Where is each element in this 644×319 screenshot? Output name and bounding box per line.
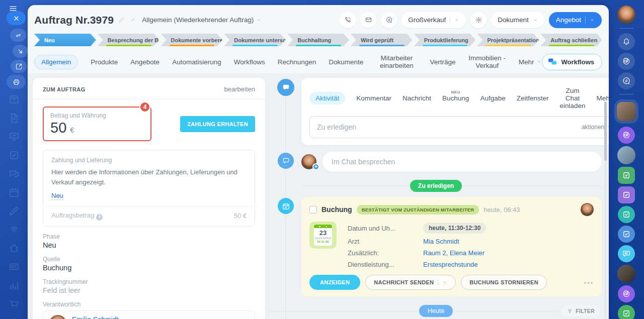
- field-phase-value[interactable]: Neu: [43, 241, 255, 249]
- field-source-value[interactable]: Buchung: [43, 264, 255, 272]
- field-tracking-value[interactable]: Feld ist leer: [43, 286, 255, 294]
- composer-tab[interactable]: Aufgabe: [480, 94, 505, 102]
- scrollbar-thumb[interactable]: [604, 101, 607, 161]
- detail-tab[interactable]: Mitarbeiter einarbeiten: [376, 51, 417, 72]
- add-user-icon[interactable]: [312, 163, 319, 170]
- composer-tab[interactable]: NEUBuchung: [442, 94, 469, 102]
- link-icon[interactable]: [129, 17, 136, 23]
- activity-bubble-icon: [277, 79, 294, 96]
- email-button[interactable]: [360, 12, 376, 28]
- open-chat-button[interactable]: [381, 12, 397, 28]
- detail-tab[interactable]: Verträge: [430, 55, 455, 69]
- call-button[interactable]: [340, 12, 356, 28]
- edit-link[interactable]: bearbeiten: [224, 85, 255, 93]
- detail-tab[interactable]: Automatisierung: [172, 55, 221, 69]
- amount-label: Betrag und Währung: [50, 112, 144, 119]
- messenger-button[interactable]: [618, 72, 635, 89]
- chat-avatar[interactable]: [617, 146, 635, 164]
- pipeline-stage[interactable]: Auftrag schließen: [540, 34, 602, 46]
- pipeline-stage[interactable]: Projektpräsentation: [477, 34, 539, 46]
- pipeline-stage[interactable]: Dokumente vorbereit...: [161, 34, 223, 46]
- open-new-window-button[interactable]: [11, 60, 27, 73]
- sidebar-menu-icon[interactable]: [8, 112, 20, 124]
- pipeline-stage[interactable]: Besprechung der Bes...: [98, 34, 159, 46]
- detail-tab[interactable]: Angebote: [130, 55, 159, 69]
- task-chat[interactable]: [618, 167, 635, 184]
- pipeline-stage[interactable]: Produktlieferung: [414, 34, 476, 46]
- rail-item[interactable]: [619, 28, 633, 29]
- group-chat[interactable]: [618, 245, 635, 262]
- cancel-booking-button[interactable]: BUCHUNG STORNIEREN: [461, 275, 547, 290]
- sidebar-menu-icon[interactable]: [8, 168, 20, 180]
- task-chat[interactable]: [618, 305, 635, 319]
- detail-tab[interactable]: Workflows: [234, 55, 265, 69]
- notifications-button[interactable]: [618, 33, 635, 50]
- composer-tab[interactable]: Zeitfenster: [517, 94, 549, 102]
- sidebar-menu-icon[interactable]: [8, 261, 20, 273]
- workflow-icon: [547, 58, 557, 66]
- detail-tab[interactable]: Rechnungen: [278, 55, 316, 69]
- copilot-chat[interactable]: [618, 285, 635, 302]
- sidebar-menu-icon[interactable]: [8, 149, 20, 161]
- pipeline-stage[interactable]: Dokumente untersch...: [224, 34, 286, 46]
- chat-avatar[interactable]: [617, 265, 635, 283]
- send-message-button[interactable]: NACHRICHT SENDEN: [365, 275, 456, 290]
- sidebar-menu-icon[interactable]: [8, 186, 20, 198]
- deal-category-selector[interactable]: Allgemein (Wiederkehrender Auftrag): [142, 16, 261, 24]
- composer-tab[interactable]: Zum Chat einladen: [559, 87, 585, 110]
- pipeline-stage[interactable]: Buchhaltung: [287, 34, 349, 46]
- copy-link-button[interactable]: [10, 29, 26, 42]
- composer-tab[interactable]: Mehr: [597, 94, 609, 102]
- collapse-slider-button[interactable]: [13, 45, 28, 58]
- task-chat[interactable]: [618, 206, 635, 223]
- sidebar-menu-icon[interactable]: [8, 316, 20, 319]
- rail-item[interactable]: [619, 94, 633, 94]
- help-icon[interactable]: [96, 214, 103, 221]
- filter-button[interactable]: FILTER: [561, 305, 601, 316]
- settings-button[interactable]: [470, 12, 487, 28]
- detail-tab[interactable]: Mehr: [519, 55, 542, 69]
- task-chat[interactable]: [618, 226, 635, 243]
- edit-title-icon[interactable]: [118, 17, 125, 23]
- chat-placeholder: Im Chat besprechen: [332, 158, 395, 166]
- profile-avatar[interactable]: [617, 6, 635, 24]
- composer-tab[interactable]: Aktivität: [309, 92, 345, 104]
- sidebar-menu-icon[interactable]: [8, 205, 20, 217]
- booking-checkbox[interactable]: [309, 206, 317, 214]
- amount-field-highlighted[interactable]: Betrag und Währung 50 € 4: [43, 107, 151, 141]
- task-chat[interactable]: [618, 186, 635, 203]
- copilot-chat[interactable]: [618, 127, 635, 144]
- sidebar-menu-icon[interactable]: [8, 93, 20, 105]
- activity-composer: AktivitätKommentarNachrichtNEUBuchungAuf…: [301, 78, 609, 145]
- composer-tab[interactable]: Kommentar: [356, 94, 391, 102]
- sidebar-menu-icon[interactable]: [8, 298, 20, 310]
- sidebar-menu-icon[interactable]: [8, 279, 20, 291]
- detail-tab[interactable]: Allgemein: [34, 55, 78, 69]
- chat-input[interactable]: Im Chat besprechen: [323, 152, 602, 172]
- sidebar-menu-icon[interactable]: [8, 242, 20, 254]
- funnel-selector[interactable]: Großverkauf: [401, 12, 466, 28]
- composer-tab[interactable]: Nachricht: [403, 94, 431, 102]
- sidebar-menu-icon[interactable]: [8, 224, 20, 236]
- detail-tab[interactable]: Dokumente: [329, 55, 363, 69]
- responsible-card[interactable]: Emilia Schmidt Geschäftsführerin: [43, 310, 255, 319]
- payment-received-button[interactable]: ZAHLUNG ERHALTEN: [180, 116, 255, 132]
- sidebar-menu-icon[interactable]: [8, 131, 20, 143]
- new-payment-link[interactable]: Neu: [51, 192, 63, 200]
- detail-tab[interactable]: Produkte: [91, 55, 118, 69]
- copilot-button[interactable]: [618, 53, 635, 70]
- detail-tab[interactable]: Immobilien - Verkauf: [468, 51, 506, 72]
- date-group-pill[interactable]: Heute: [419, 305, 453, 317]
- more-actions-icon[interactable]: [584, 279, 594, 286]
- workflows-button[interactable]: Workflows: [542, 54, 603, 70]
- responsible-name[interactable]: Emilia Schmidt: [72, 315, 120, 319]
- print-button[interactable]: [7, 75, 26, 89]
- close-slider-button[interactable]: [7, 11, 26, 25]
- todo-input[interactable]: Zu erledigen aktionen: [309, 116, 609, 138]
- pipeline-stage[interactable]: Wird geprüft: [351, 34, 413, 46]
- view-booking-button[interactable]: ANZEIGEN: [309, 275, 360, 290]
- angebot-button[interactable]: Angebot: [549, 12, 602, 28]
- pipeline-stage[interactable]: Neu: [34, 34, 96, 46]
- document-menu-button[interactable]: Dokument: [491, 12, 544, 28]
- chat-avatar[interactable]: [617, 102, 636, 121]
